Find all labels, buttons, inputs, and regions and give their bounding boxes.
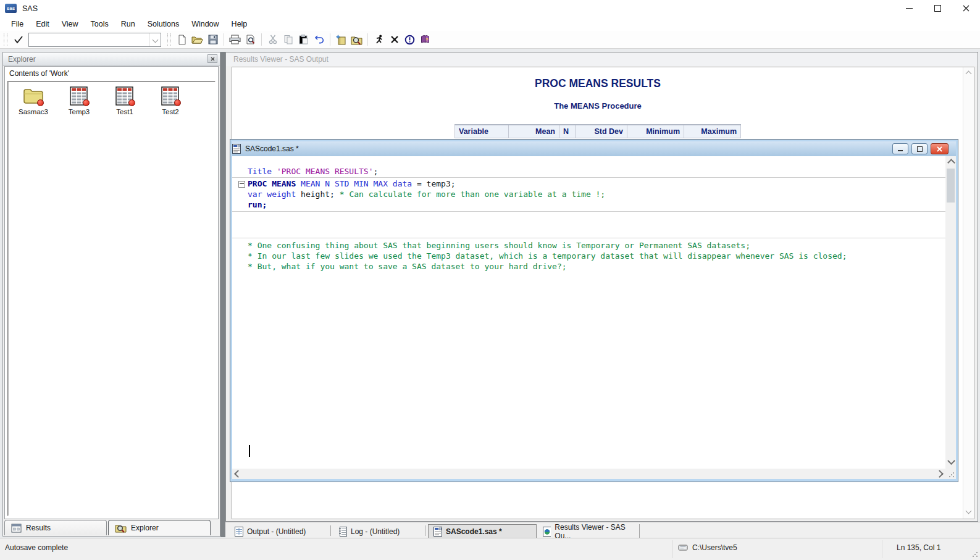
print-icon[interactable]: [227, 32, 243, 47]
statusbar-divider: [882, 540, 883, 558]
break-icon[interactable]: [402, 32, 417, 47]
toolbar-grip[interactable]: [4, 33, 7, 46]
statusbar-divider: [672, 540, 673, 558]
window-tab-label: Log - (Untitled): [351, 527, 400, 536]
scroll-right-icon[interactable]: [936, 470, 944, 478]
resize-grip[interactable]: [945, 469, 956, 479]
menu-edit[interactable]: Edit: [30, 18, 56, 30]
menu-tools[interactable]: Tools: [85, 18, 115, 30]
results-viewer-title: Results Viewer - SAS Output: [233, 55, 329, 64]
maximize-icon[interactable]: [923, 0, 952, 17]
close-icon[interactable]: [952, 0, 980, 17]
scroll-left-icon[interactable]: [234, 470, 242, 478]
explorer-item-label: Test2: [162, 108, 179, 115]
sas-main-window: sas SAS File Edit View Tools Run Solutio…: [0, 0, 980, 560]
editor-minimize-icon[interactable]: [892, 143, 908, 154]
command-input[interactable]: [29, 33, 149, 46]
code-line: PROC MEANS MEAN N STD MIN MAX data = tem…: [248, 178, 456, 189]
code-editor-surface[interactable]: Title 'PROC MEANS RESULTS'; PROC MEANS M…: [232, 156, 956, 479]
menu-file[interactable]: File: [5, 18, 30, 30]
explorer-item-sasmac3[interactable]: Sasmac3: [12, 86, 55, 115]
toolbar-separator: [330, 33, 330, 46]
editor-title: SAScode1.sas *: [245, 144, 299, 153]
explorer-item-area[interactable]: Sasmac3 Temp3 Test1: [7, 81, 216, 516]
text-caret: [249, 445, 250, 457]
editor-vertical-scrollbar[interactable]: [945, 156, 956, 469]
window-tab-log[interactable]: Log - (Untitled): [333, 524, 425, 538]
titlebar: sas SAS: [0, 0, 980, 17]
results-scrollbar[interactable]: [963, 67, 974, 519]
tab-explorer[interactable]: Explorer: [108, 520, 211, 535]
column-header-stddev: Std Dev: [576, 125, 627, 138]
explorer-item-test1[interactable]: Test1: [103, 86, 146, 115]
new-document-icon[interactable]: [174, 32, 190, 47]
explorer-item-label: Sasmac3: [19, 108, 48, 115]
explorer-item-temp3[interactable]: Temp3: [57, 86, 101, 115]
explorer-tab-icon: [115, 523, 127, 533]
window-bar: Output - (Untitled) Log - (Untitled) SAS…: [225, 522, 980, 538]
save-icon[interactable]: [205, 32, 220, 47]
results-heading: PROC MEANS RESULTS: [232, 77, 963, 90]
cursor-position: Ln 135, Col 1: [897, 543, 940, 552]
paste-icon[interactable]: [296, 32, 311, 47]
toolbar-grip[interactable]: [167, 33, 171, 46]
column-header-variable: Variable: [454, 125, 509, 138]
print-preview-icon[interactable]: [243, 32, 258, 47]
tab-explorer-label: Explorer: [131, 524, 159, 532]
scroll-up-icon[interactable]: [966, 71, 972, 77]
means-table: Variable Mean N Std Dev Minimum Maximum: [232, 124, 963, 138]
section-separator: [232, 211, 945, 212]
window-tab-editor[interactable]: SAScode1.sas *: [428, 524, 537, 538]
menu-window[interactable]: Window: [185, 18, 225, 30]
new-library-icon[interactable]: [333, 32, 349, 47]
window-tab-output[interactable]: Output - (Untitled): [230, 524, 329, 538]
app-title: SAS: [22, 4, 38, 13]
open-folder-icon[interactable]: [190, 32, 205, 47]
red-dot-badge: [83, 99, 90, 106]
undo-icon[interactable]: [311, 32, 327, 47]
tab-results[interactable]: Results: [4, 520, 107, 535]
editor-close-icon[interactable]: [931, 143, 949, 154]
column-header-maximum: Maximum: [684, 125, 741, 138]
editor-tab-icon: [433, 527, 442, 537]
scrollbar-thumb[interactable]: [947, 169, 955, 203]
submit-runner-icon[interactable]: [371, 32, 387, 47]
results-tab-icon: [11, 524, 22, 533]
toolbar-separator: [261, 33, 262, 46]
copy-icon[interactable]: [280, 32, 296, 47]
caption-buttons: [895, 0, 980, 17]
scroll-down-icon[interactable]: [966, 508, 972, 514]
scroll-up-icon[interactable]: [947, 159, 955, 167]
explorer-item-test2[interactable]: Test2: [149, 86, 192, 115]
editor-horizontal-scrollbar[interactable]: [232, 469, 945, 479]
check-icon[interactable]: [10, 32, 26, 47]
menu-help[interactable]: Help: [225, 18, 254, 30]
editor-maximize-icon[interactable]: [911, 143, 928, 154]
explorer-content: Contents of 'Work' Sasmac3: [4, 66, 219, 519]
clear-all-icon[interactable]: [387, 32, 402, 47]
menu-run[interactable]: Run: [115, 18, 141, 30]
menu-view[interactable]: View: [56, 18, 85, 30]
explorer-titlebar[interactable]: Explorer: [3, 52, 220, 66]
window-tab-results-viewer[interactable]: Results Viewer - SAS Ou...: [538, 524, 640, 538]
log-tab-icon: [338, 527, 347, 537]
statusbar-resize-grip[interactable]: [972, 551, 978, 558]
cut-icon[interactable]: [265, 32, 280, 47]
scroll-down-icon[interactable]: [947, 457, 955, 465]
computer-icon: [678, 545, 689, 551]
collapse-minus-icon[interactable]: [238, 181, 245, 188]
toolbar: ?: [0, 31, 980, 49]
editor-titlebar[interactable]: SAScode1.sas *: [232, 141, 956, 156]
menubar: File Edit View Tools Run Solutions Windo…: [0, 17, 980, 31]
column-header-mean: Mean: [509, 125, 559, 138]
explorer-close-icon[interactable]: [207, 54, 217, 63]
sas-logo-text: sas: [7, 6, 15, 11]
help-book-icon[interactable]: ?: [417, 32, 433, 47]
editor-window-icon: [232, 144, 241, 154]
minimize-icon[interactable]: [895, 0, 923, 17]
file-shortcuts-icon[interactable]: [349, 32, 364, 47]
results-subheading: The MEANS Procedure: [232, 101, 963, 111]
command-dropdown-icon[interactable]: [149, 33, 161, 46]
results-viewer-titlebar[interactable]: Results Viewer - SAS Output: [226, 52, 978, 66]
menu-solutions[interactable]: Solutions: [141, 18, 185, 30]
